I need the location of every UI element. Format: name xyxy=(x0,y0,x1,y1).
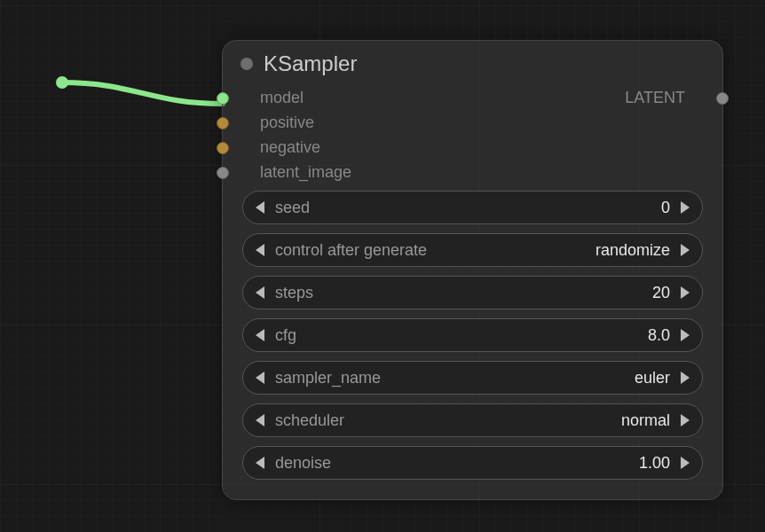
widget-value[interactable]: 1.00 xyxy=(639,454,670,473)
node-header[interactable]: KSampler xyxy=(223,41,722,89)
arrow-left-icon[interactable] xyxy=(256,244,264,256)
widget-label: sampler_name xyxy=(275,369,381,387)
arrow-right-icon[interactable] xyxy=(681,244,690,256)
widget-value[interactable]: 20 xyxy=(652,284,670,302)
output-port-latent[interactable]: LATENT xyxy=(625,89,706,107)
widget-value[interactable]: randomize xyxy=(595,241,670,260)
input-port-positive[interactable]: positive xyxy=(239,113,351,132)
arrow-right-icon[interactable] xyxy=(681,329,690,341)
widget-sampler-name[interactable]: sampler_name euler xyxy=(242,361,703,395)
input-port-negative[interactable]: negative xyxy=(239,138,351,157)
widget-value[interactable]: 8.0 xyxy=(648,326,670,345)
input-port-latent-image[interactable]: latent_image xyxy=(239,163,351,182)
ksampler-node[interactable]: KSampler model positive negative latent_… xyxy=(222,40,723,500)
widget-scheduler[interactable]: scheduler normal xyxy=(242,403,703,437)
arrow-left-icon[interactable] xyxy=(256,457,264,469)
widget-label: scheduler xyxy=(275,411,344,430)
port-label: latent_image xyxy=(260,163,351,182)
widget-value[interactable]: normal xyxy=(621,411,670,430)
widget-seed[interactable]: seed 0 xyxy=(242,191,703,224)
arrow-left-icon[interactable] xyxy=(256,372,264,384)
port-dot-icon[interactable] xyxy=(217,117,229,129)
widget-value[interactable]: 0 xyxy=(661,199,670,217)
arrow-left-icon[interactable] xyxy=(256,329,264,341)
port-dot-icon[interactable] xyxy=(217,142,229,154)
port-label: positive xyxy=(260,113,314,132)
widget-value[interactable]: euler xyxy=(635,369,670,387)
widget-steps[interactable]: steps 20 xyxy=(242,276,703,309)
arrow-right-icon[interactable] xyxy=(681,201,690,214)
widget-label: control after generate xyxy=(275,241,427,260)
port-dot-icon[interactable] xyxy=(217,167,229,179)
arrow-left-icon[interactable] xyxy=(256,201,264,214)
link-endpoint-source[interactable] xyxy=(56,76,68,89)
widget-label: steps xyxy=(275,284,313,302)
widget-label: denoise xyxy=(275,454,331,473)
widget-label: seed xyxy=(275,199,310,217)
port-label: LATENT xyxy=(625,89,685,107)
collapse-dot-icon[interactable] xyxy=(241,58,253,70)
port-label: model xyxy=(260,89,304,107)
input-port-model[interactable]: model xyxy=(239,89,351,107)
widget-cfg[interactable]: cfg 8.0 xyxy=(242,318,703,352)
port-dot-icon[interactable] xyxy=(217,92,229,105)
arrow-right-icon[interactable] xyxy=(681,286,690,299)
node-title: KSampler xyxy=(264,51,357,76)
arrow-right-icon[interactable] xyxy=(681,414,690,426)
arrow-left-icon[interactable] xyxy=(256,286,264,299)
port-dot-icon[interactable] xyxy=(716,92,729,105)
port-label: negative xyxy=(260,138,320,157)
arrow-right-icon[interactable] xyxy=(681,372,690,384)
widget-denoise[interactable]: denoise 1.00 xyxy=(242,446,703,480)
widget-label: cfg xyxy=(275,326,296,345)
arrow-right-icon[interactable] xyxy=(681,457,690,469)
widget-control-after-generate[interactable]: control after generate randomize xyxy=(242,233,703,267)
arrow-left-icon[interactable] xyxy=(256,414,264,426)
